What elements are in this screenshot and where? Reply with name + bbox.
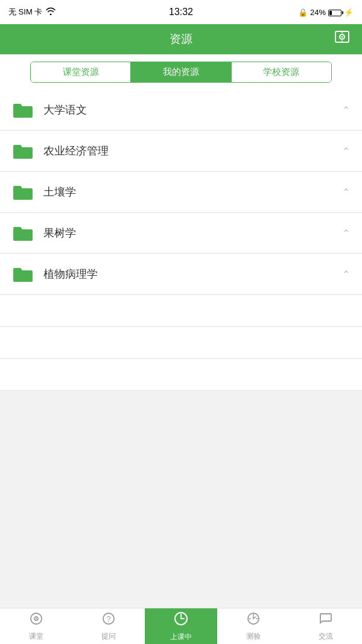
empty-row — [0, 359, 362, 391]
wifi-icon — [46, 7, 56, 17]
tab-segment-inner: 课堂资源 我的资源 学校资源 — [30, 62, 332, 83]
tab-classroom[interactable]: 课堂资源 — [31, 62, 131, 82]
header-title: 资源 — [170, 31, 192, 47]
svg-point-5 — [36, 618, 37, 619]
list-item[interactable]: 大学语文 ⌃ — [0, 90, 362, 130]
nav-item-question[interactable]: ? 提问 — [72, 608, 145, 644]
nav-item-classroom[interactable]: 课堂 — [0, 608, 72, 644]
svg-point-2 — [341, 36, 343, 38]
nav-label-chat: 交流 — [319, 631, 333, 642]
svg-text:?: ? — [106, 614, 110, 623]
item-label: 农业经济管理 — [43, 144, 337, 158]
lock-icon: 🔒 — [298, 8, 308, 17]
exam-nav-icon — [246, 611, 261, 630]
battery-percentage: 24% — [310, 8, 326, 17]
resource-icon[interactable] — [334, 30, 350, 49]
segment-tabs: 课堂资源 我的资源 学校资源 — [0, 54, 362, 90]
folder-list: 大学语文 ⌃ 农业经济管理 ⌃ 土壤学 ⌃ 果树学 ⌃ — [0, 90, 362, 608]
folder-icon — [12, 101, 34, 119]
charging-icon: ⚡ — [344, 8, 354, 17]
nav-label-exam: 测验 — [246, 631, 261, 642]
battery-icon — [328, 8, 341, 17]
folder-icon — [12, 183, 34, 201]
chevron-up-icon: ⌃ — [342, 187, 350, 198]
empty-row — [0, 327, 362, 359]
list-item[interactable]: 果树学 ⌃ — [0, 213, 362, 253]
folder-icon — [12, 224, 34, 242]
bottom-nav: 课堂 ? 提问 上课中 — [0, 608, 362, 644]
status-bar: 无 SIM 卡 13:32 🔒 24% ⚡ — [0, 0, 362, 24]
item-label: 果树学 — [43, 226, 337, 240]
list-item[interactable]: 植物病理学 ⌃ — [0, 254, 362, 295]
status-right: 🔒 24% ⚡ — [298, 8, 354, 17]
chevron-up-icon: ⌃ — [342, 269, 350, 280]
status-time: 13:32 — [169, 7, 193, 18]
nav-item-exam[interactable]: 测验 — [217, 608, 290, 644]
folder-icon — [12, 265, 34, 283]
chat-nav-icon — [319, 611, 333, 630]
item-label: 土壤学 — [43, 185, 337, 199]
list-item[interactable]: 土壤学 ⌃ — [0, 172, 362, 212]
carrier-text: 无 SIM 卡 — [8, 7, 42, 18]
chevron-up-icon: ⌃ — [342, 104, 350, 116]
folder-icon — [12, 142, 34, 160]
list-item[interactable]: 农业经济管理 ⌃ — [0, 131, 362, 171]
item-label: 大学语文 — [43, 103, 337, 117]
empty-row — [0, 295, 362, 327]
nav-label-question: 提问 — [101, 631, 116, 642]
chevron-up-icon: ⌃ — [342, 228, 350, 239]
tab-mine[interactable]: 我的资源 — [131, 62, 231, 82]
question-nav-icon: ? — [101, 611, 116, 630]
status-left: 无 SIM 卡 — [8, 7, 56, 18]
chevron-up-icon: ⌃ — [342, 145, 350, 157]
nav-item-inclass[interactable]: 上课中 — [145, 608, 217, 644]
item-label: 植物病理学 — [43, 267, 337, 281]
nav-label-classroom: 课堂 — [29, 631, 43, 642]
nav-label-inclass: 上课中 — [170, 632, 192, 642]
classroom-nav-icon — [29, 611, 43, 630]
inclass-nav-icon — [173, 611, 189, 630]
nav-item-chat[interactable]: 交流 — [290, 608, 362, 644]
app-header: 资源 — [0, 24, 362, 54]
tab-school[interactable]: 学校资源 — [232, 62, 331, 82]
